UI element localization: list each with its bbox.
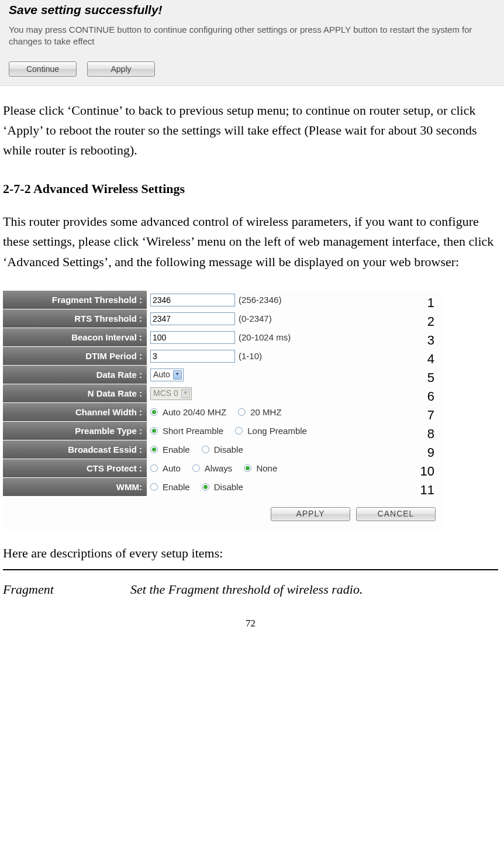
text-input[interactable]: [150, 350, 235, 363]
radio-label: Auto: [163, 462, 181, 475]
paragraph-continue-apply: Please click ‘Continue’ to back to previ…: [3, 101, 498, 160]
select-value: MCS 0: [153, 387, 178, 400]
setting-row: Broadcast Essid :EnableDisable9: [3, 440, 443, 459]
radio-button[interactable]: [150, 483, 158, 491]
setting-value: (0-2347): [147, 309, 443, 328]
setting-value: EnableDisable: [147, 478, 443, 497]
setting-label: Preamble Type :: [3, 422, 147, 440]
setting-row: N Data Rate :MCS 0▼6: [3, 384, 443, 403]
radio-label: 20 MHZ: [250, 405, 281, 419]
setting-value: MCS 0▼: [147, 384, 443, 403]
setting-value: (256-2346): [147, 291, 443, 309]
desc-intro: Here are descriptions of every setup ite…: [3, 543, 498, 563]
radio-label: Long Preamble: [247, 424, 307, 438]
section-title: 2-7-2 Advanced Wireless Settings: [3, 179, 498, 199]
setting-label: Beacon Interval :: [3, 328, 147, 347]
text-input[interactable]: [150, 331, 235, 344]
desc-row: Fragment Set the Fragment threshold of w…: [3, 569, 498, 600]
radio-label: None: [256, 462, 277, 475]
setting-row: CTS Protect :AutoAlwaysNone10: [3, 459, 443, 478]
setting-value: EnableDisable: [147, 440, 443, 459]
radio-button[interactable]: [150, 464, 158, 472]
setting-label: Channel Width :: [3, 403, 147, 422]
select-value: Auto: [153, 368, 170, 381]
setting-row: RTS Threshold :(0-2347)2: [3, 309, 443, 328]
advanced-settings-panel: Fragment Threshold :(256-2346)1RTS Thres…: [3, 291, 443, 532]
setting-row: Preamble Type :Short PreambleLong Preamb…: [3, 422, 443, 440]
setting-label: Data Rate :: [3, 366, 147, 384]
save-success-text: You may press CONTINUE button to continu…: [9, 24, 495, 47]
input-hint: (0-2347): [239, 312, 272, 325]
radio-label: Enable: [163, 480, 190, 494]
radio-button[interactable]: [235, 427, 243, 435]
paragraph-advanced-intro: This router provides some advanced contr…: [3, 212, 498, 271]
input-hint: (20-1024 ms): [239, 330, 291, 344]
radio-button[interactable]: [244, 464, 251, 472]
radio-label: Disable: [214, 443, 243, 456]
text-input[interactable]: [150, 312, 235, 325]
chevron-down-icon: ▼: [173, 370, 182, 380]
setting-row: WMM:EnableDisable11: [3, 478, 443, 497]
radio-button[interactable]: [150, 408, 158, 416]
setting-value: Short PreambleLong Preamble: [147, 422, 443, 440]
setting-label: Broadcast Essid :: [3, 440, 147, 459]
select-dropdown[interactable]: Auto▼: [150, 368, 184, 381]
radio-label: Short Preamble: [163, 424, 223, 438]
setting-value: AutoAlwaysNone: [147, 459, 443, 478]
apply-button[interactable]: Apply: [87, 61, 155, 77]
setting-row: Data Rate :Auto▼5: [3, 366, 443, 384]
radio-button[interactable]: [192, 464, 200, 472]
setting-label: DTIM Period :: [3, 347, 147, 366]
setting-value: Auto 20/40 MHZ20 MHZ: [147, 403, 443, 422]
setting-label: Fragment Threshold :: [3, 291, 147, 309]
callout-number: 11: [420, 480, 434, 500]
setting-value: Auto▼: [147, 366, 443, 384]
setting-label: RTS Threshold :: [3, 309, 147, 328]
input-hint: (256-2346): [239, 293, 281, 306]
chevron-down-icon: ▼: [181, 389, 190, 398]
radio-button[interactable]: [150, 427, 158, 435]
setting-row: Fragment Threshold :(256-2346)1: [3, 291, 443, 309]
input-hint: (1-10): [239, 349, 262, 363]
setting-label: WMM:: [3, 478, 147, 497]
setting-row: DTIM Period :(1-10)4: [3, 347, 443, 366]
continue-button[interactable]: Continue: [9, 61, 77, 77]
radio-label: Disable: [214, 480, 243, 494]
desc-def: Set the Fragment threshold of wireless r…: [130, 580, 498, 600]
setting-row: Channel Width :Auto 20/40 MHZ20 MHZ7: [3, 403, 443, 422]
radio-label: Always: [205, 462, 233, 475]
settings-cancel-button[interactable]: CANCEL: [356, 507, 436, 521]
settings-apply-button[interactable]: APPLY: [271, 507, 350, 521]
setting-value: (1-10): [147, 347, 443, 366]
radio-label: Auto 20/40 MHZ: [163, 405, 226, 419]
setting-label: N Data Rate :: [3, 384, 147, 403]
save-success-panel: Save setting successfully! You may press…: [0, 0, 504, 86]
radio-label: Enable: [163, 443, 190, 456]
setting-row: Beacon Interval :(20-1024 ms)3: [3, 328, 443, 347]
radio-button[interactable]: [202, 446, 209, 453]
radio-button[interactable]: [238, 408, 246, 416]
radio-button[interactable]: [202, 483, 209, 491]
radio-button[interactable]: [150, 446, 158, 453]
setting-label: CTS Protect :: [3, 459, 147, 478]
setting-value: (20-1024 ms): [147, 328, 443, 347]
select-dropdown: MCS 0▼: [150, 387, 192, 400]
page-number: 72: [3, 616, 498, 631]
desc-term: Fragment: [3, 580, 130, 600]
save-success-title: Save setting successfully!: [9, 3, 495, 17]
text-input[interactable]: [150, 294, 235, 306]
